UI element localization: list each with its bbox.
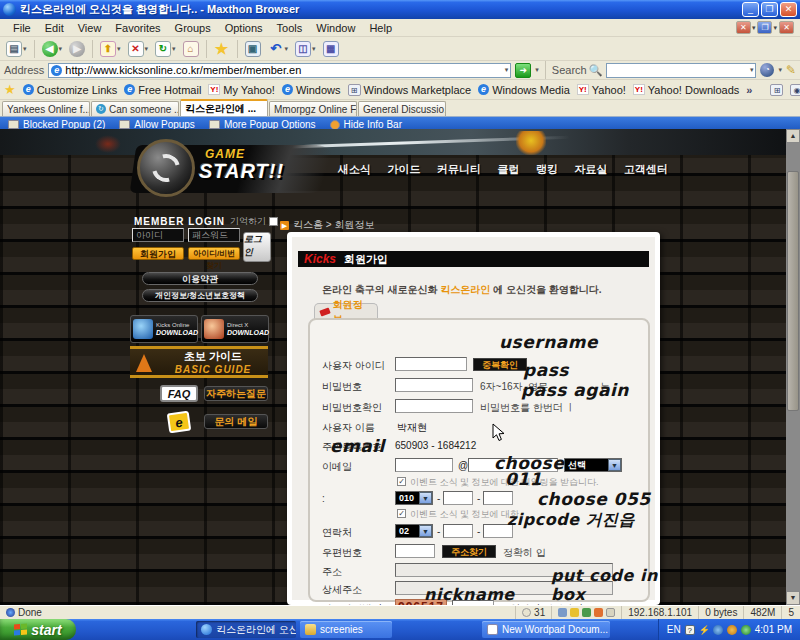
email-domain-select[interactable]: 선택▼ xyxy=(564,458,622,472)
login-id-input[interactable] xyxy=(132,228,184,242)
tab-can-someone[interactable]: ↻Can someone ... xyxy=(91,101,179,116)
nav-news[interactable]: 새소식 xyxy=(338,162,371,177)
nav-downloads[interactable]: 자료실 xyxy=(575,162,608,177)
undo-button[interactable]: ↶▾ xyxy=(266,40,291,58)
nav-support[interactable]: 고객센터 xyxy=(624,162,668,177)
faq-badge[interactable]: FAQ xyxy=(160,385,198,402)
language-indicator[interactable]: EN xyxy=(667,624,681,635)
password-confirm-input[interactable] xyxy=(395,399,473,413)
status-tools-cell[interactable] xyxy=(551,606,621,619)
tab-member-info[interactable]: 회원정보 xyxy=(314,303,378,319)
msn-icon[interactable] xyxy=(713,625,723,635)
scroll-up-button[interactable]: ▲ xyxy=(786,129,800,143)
link-yahoo[interactable]: Y!Yahoo! xyxy=(577,84,626,96)
login-button[interactable]: 로그인 xyxy=(243,232,271,262)
tab-kicksonline-active[interactable]: 킥스온라인에 ... xyxy=(180,99,268,116)
go-button[interactable]: ➜ xyxy=(515,63,531,78)
scroll-down-button[interactable]: ▼ xyxy=(786,591,800,605)
mail-badge-icon[interactable]: e xyxy=(167,411,192,434)
link-my-yahoo[interactable]: Y!My Yahoo! xyxy=(208,84,275,96)
link-windows-media[interactable]: eWindows Media xyxy=(478,84,570,96)
links-overflow-chevron[interactable]: » xyxy=(746,84,752,96)
close-button[interactable]: ✕ xyxy=(780,2,797,17)
restore-button[interactable]: ❐ xyxy=(761,2,778,17)
chevron-down-icon[interactable]: ▾ xyxy=(773,24,777,32)
link-yahoo-downloads[interactable]: Y!Yahoo! Downloads xyxy=(633,84,740,96)
mdi-close-button[interactable]: ✕ xyxy=(779,21,794,34)
favorites-button[interactable]: ★ xyxy=(212,40,232,58)
nav-club[interactable]: 클럽 xyxy=(498,162,520,177)
taskbar-task-screenies[interactable]: screenies xyxy=(300,621,392,638)
email-local-input[interactable] xyxy=(395,458,453,472)
find-id-button[interactable]: 아이디/비번찾기 xyxy=(188,247,240,260)
refresh-button[interactable]: ↻▾ xyxy=(153,40,178,58)
menu-options[interactable]: Options xyxy=(218,20,270,36)
antivirus-icon[interactable] xyxy=(741,625,751,635)
userid-input[interactable] xyxy=(395,357,467,371)
zipcode-input[interactable] xyxy=(395,544,435,558)
back-button[interactable]: ◀▾ xyxy=(40,40,65,58)
tab-yankees[interactable]: Yankees Online f... xyxy=(2,101,90,116)
join-button[interactable]: 회원가입 xyxy=(132,247,184,260)
menu-groups[interactable]: Groups xyxy=(168,20,218,36)
link-customize-links[interactable]: eCustomize Links xyxy=(23,84,118,96)
mdi-restore-button[interactable]: ❐ xyxy=(757,21,772,34)
nav-ranking[interactable]: 랭킹 xyxy=(536,162,558,177)
home-button[interactable]: ⌂ xyxy=(181,40,201,58)
chevron-down-icon[interactable]: ▾ xyxy=(750,66,754,74)
translate-icon[interactable]: ◔ xyxy=(760,63,774,77)
network-icon[interactable]: ⚡ xyxy=(699,625,709,635)
faq-link[interactable]: 자주하는질문 xyxy=(204,386,268,401)
contact-prefix-select[interactable]: 02▼ xyxy=(395,524,433,538)
vertical-scrollbar[interactable]: ▲ ▼ xyxy=(786,129,800,605)
mobile-last-input[interactable] xyxy=(483,491,513,505)
grid-icon[interactable]: ⊞ xyxy=(770,84,783,96)
compass-icon[interactable]: ◉ xyxy=(790,84,800,96)
new-page-button[interactable]: ▤▾ xyxy=(4,40,29,58)
link-windows[interactable]: eWindows xyxy=(282,84,341,96)
address-input[interactable]: e http://www.kicksonline.co.kr/member/me… xyxy=(48,63,511,78)
menu-favorites[interactable]: Favorites xyxy=(108,20,167,36)
check-duplicate-button[interactable]: 중복확인 xyxy=(473,358,527,371)
menu-window[interactable]: Window xyxy=(309,20,362,36)
remember-checkbox[interactable] xyxy=(269,217,278,226)
chevron-down-icon[interactable]: ▾ xyxy=(505,66,509,74)
search-input[interactable]: ▾ xyxy=(606,63,756,78)
menu-help[interactable]: Help xyxy=(362,20,399,36)
contact-mid-input[interactable] xyxy=(443,524,473,538)
kicks-download-button[interactable]: Kicks OnlineDOWNLOAD xyxy=(130,315,198,343)
up-button[interactable]: ⬆▾ xyxy=(98,40,123,58)
scrollbar-thumb[interactable] xyxy=(787,171,799,411)
tab-general-discussion[interactable]: General Discussio... xyxy=(358,101,446,116)
menu-edit[interactable]: Edit xyxy=(38,20,71,36)
forward-button[interactable]: ▶ xyxy=(67,40,87,58)
directx-download-button[interactable]: Direct XDOWNLOAD xyxy=(201,315,269,343)
nav-guide[interactable]: 가이드 xyxy=(388,162,421,177)
mobile-prefix-select[interactable]: 010▼ xyxy=(395,491,433,505)
mdi-close-tab-button[interactable]: ✕ xyxy=(736,21,751,34)
status-count-cell[interactable]: 31 xyxy=(515,606,551,619)
mail-link[interactable]: 문의 메일 xyxy=(204,414,268,429)
start-button[interactable]: start xyxy=(0,619,76,640)
basic-guide-button[interactable]: 초보 가이드 BASIC GUIDE xyxy=(130,346,268,378)
address-url[interactable]: http://www.kicksonline.co.kr/member/memb… xyxy=(65,64,501,76)
taskbar-task-kicksonline[interactable]: 킥스온라인에 오신... xyxy=(196,621,296,638)
link-free-hotmail[interactable]: eFree Hotmail xyxy=(124,84,201,96)
chevron-down-icon[interactable]: ▾ xyxy=(535,66,539,74)
privacy-button[interactable]: 개인정보/청소년보호정책 xyxy=(142,289,258,302)
favorites-star-icon[interactable]: ★ xyxy=(4,82,16,97)
capture-button[interactable]: ▣ xyxy=(243,40,263,58)
taskbar-task-wordpad[interactable]: New Wordpad Docum... xyxy=(482,621,610,638)
chevron-down-icon[interactable]: ▾ xyxy=(778,66,782,74)
volume-icon[interactable] xyxy=(727,625,737,635)
tab-mmorpgz[interactable]: Mmorpgz Online F... xyxy=(269,101,357,116)
tab-list-button[interactable]: ▦ xyxy=(321,40,341,58)
terms-button[interactable]: 이용약관 xyxy=(142,272,258,285)
menu-tools[interactable]: Tools xyxy=(270,20,310,36)
find-address-button[interactable]: 주소찾기 xyxy=(442,545,496,558)
nav-community[interactable]: 커뮤니티 xyxy=(437,162,481,177)
help-icon[interactable]: ? xyxy=(685,625,695,635)
mobile-mid-input[interactable] xyxy=(443,491,473,505)
stop-button[interactable]: ✕▾ xyxy=(126,40,151,58)
minimize-button[interactable]: _ xyxy=(742,2,759,17)
